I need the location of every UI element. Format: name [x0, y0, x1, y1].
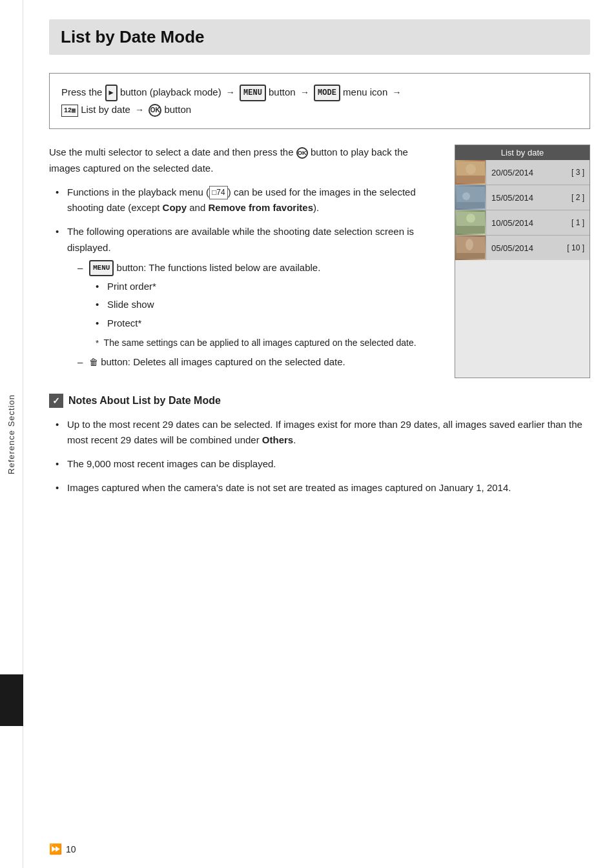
camera-panel-row-1: 20/05/2014 [ 3 ]: [455, 160, 590, 185]
mode-icon: MODE: [314, 85, 340, 101]
instruction-box: Press the ▶ button (playback mode) → MEN…: [49, 73, 590, 129]
check-icon: [49, 394, 63, 408]
intro-paragraph: Use the multi selector to select a date …: [49, 145, 442, 177]
thumb-3: [455, 210, 486, 235]
sub-bullet-protect: Protect*: [96, 316, 442, 332]
main-bullet-list: Functions in the playback menu (□74) can…: [49, 185, 442, 370]
content-area: Use the multi selector to select a date …: [49, 145, 590, 378]
thumb-1: [455, 160, 486, 185]
text-column: Use the multi selector to select a date …: [49, 145, 442, 378]
trash-dash-icon: 🗑: [89, 355, 98, 370]
panel-date-4: 05/05/2014: [486, 243, 567, 253]
dash-item-menu: MENU button: The functions listed below …: [77, 260, 442, 350]
bullet-item-1: Functions in the playback menu (□74) can…: [56, 185, 442, 217]
svg-point-1: [466, 164, 476, 174]
svg-point-7: [466, 214, 475, 223]
footer-icon: ⏩: [49, 843, 62, 855]
camera-panel-row-3: 10/05/2014 [ 1 ]: [455, 210, 590, 236]
svg-rect-2: [457, 176, 485, 183]
page-footer: ⏩ 10: [49, 843, 76, 855]
dash-list: MENU button: The functions listed below …: [67, 260, 442, 370]
panel-count-1: [ 3 ]: [571, 168, 590, 177]
page-title: List by Date Mode: [61, 27, 204, 46]
play-button-icon: ▶: [105, 85, 118, 101]
panel-count-3: [ 1 ]: [571, 218, 590, 227]
menu-dash-icon: MENU: [89, 260, 114, 276]
dash-item-trash: 🗑 button: Deletes all images captured on…: [77, 354, 442, 370]
page-title-bar: List by Date Mode: [49, 19, 590, 55]
panel-date-2: 15/05/2014: [486, 193, 571, 203]
sidebar-label: Reference Section: [6, 394, 16, 474]
footer-page-number: 10: [66, 844, 76, 854]
thumb-2: [455, 185, 486, 210]
notes-bullet-list: Up to the most recent 29 dates can be se…: [49, 417, 590, 496]
ok-button-icon: OK: [149, 104, 161, 117]
notes-bullet-1: Up to the most recent 29 dates can be se…: [56, 417, 590, 449]
notes-section: Notes About List by Date Mode Up to the …: [49, 394, 590, 496]
svg-point-10: [466, 239, 473, 250]
camera-panel-row-4: 05/05/2014 [ 10 ]: [455, 236, 590, 260]
asterisk-note: * The same settings can be applied to al…: [89, 336, 442, 350]
svg-rect-11: [457, 253, 485, 259]
sub-bullet-print: Print order*: [96, 279, 442, 295]
sub-bullet-list: Print order* Slide show Protect*: [89, 279, 442, 332]
thumb-4: [455, 236, 486, 260]
notes-title: Notes About List by Date Mode: [68, 395, 221, 407]
sidebar: Reference Section: [0, 0, 23, 868]
camera-panel-row-2: 15/05/2014 [ 2 ]: [455, 185, 590, 210]
panel-date-1: 20/05/2014: [486, 168, 571, 177]
menu-button-label: MENU: [240, 85, 266, 101]
notes-bullet-3: Images captured when the camera's date i…: [56, 480, 590, 496]
panel-count-4: [ 10 ]: [567, 243, 590, 252]
ref-box: □74: [209, 186, 228, 200]
svg-rect-8: [457, 226, 485, 234]
ok-circle-icon: OK: [296, 147, 308, 159]
list-by-date-icon: 12▦: [61, 105, 78, 117]
svg-point-4: [462, 192, 470, 200]
sub-bullet-slide: Slide show: [96, 297, 442, 313]
notes-bullet-2: The 9,000 most recent images can be disp…: [56, 456, 590, 472]
camera-panel: List by date 20/05/2014 [ 3 ]: [455, 145, 590, 378]
camera-panel-header: List by date: [455, 145, 590, 160]
svg-rect-5: [457, 202, 485, 208]
instruction-text: Press the ▶ button (playback mode) → MEN…: [61, 86, 403, 97]
notes-header: Notes About List by Date Mode: [49, 394, 590, 408]
main-content: List by Date Mode Press the ▶ button (pl…: [23, 0, 616, 868]
panel-date-3: 10/05/2014: [486, 218, 571, 228]
bullet-item-2: The following operations are available w…: [56, 224, 442, 370]
instruction-text-2: 12▦ List by date → OK button: [61, 104, 191, 115]
panel-count-2: [ 2 ]: [571, 193, 590, 202]
sidebar-black-box: [0, 674, 23, 726]
